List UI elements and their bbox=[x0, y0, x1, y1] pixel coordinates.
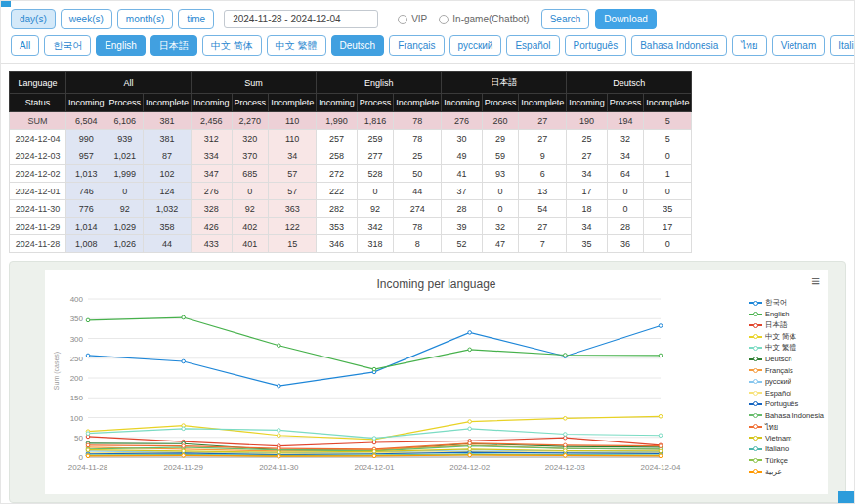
legend-item-1[interactable]: English bbox=[749, 311, 824, 319]
table-cell: 257 bbox=[317, 130, 358, 147]
legend-item-3[interactable]: 中文 简体 bbox=[749, 333, 824, 342]
legend-label: Italiano bbox=[765, 444, 789, 453]
table-cell: 1,999 bbox=[107, 165, 144, 183]
legend-dot-icon bbox=[753, 334, 758, 339]
y-tick-label: 0 bbox=[79, 453, 84, 462]
language-button-portugu-s[interactable]: Português bbox=[565, 35, 627, 56]
language-button-bahasa-indonesia[interactable]: Bahasa Indonesia bbox=[631, 35, 727, 56]
table-row-2024-12-03: 2024-12-039571,0218733437034258277254959… bbox=[10, 147, 692, 165]
y-tick-label: 150 bbox=[70, 394, 84, 402]
legend-item-12[interactable]: Vietnam bbox=[749, 434, 824, 442]
language-button-lang-5[interactable]: 中文 繁體 bbox=[267, 35, 326, 56]
language-button-fran-ais[interactable]: Français bbox=[389, 35, 444, 56]
download-button[interactable]: Download bbox=[595, 9, 656, 29]
legend-item-11[interactable]: ไทย bbox=[749, 423, 824, 432]
table-cell: 6,504 bbox=[66, 112, 107, 130]
radio-circle-icon[interactable] bbox=[398, 15, 407, 24]
legend-label: русский bbox=[765, 377, 791, 386]
sub-header-process: Process bbox=[357, 94, 394, 112]
radio-in-game-chatbot[interactable]: In-game(Chatbot) bbox=[439, 14, 529, 24]
legend-dot-icon bbox=[753, 323, 758, 328]
series-line-0 bbox=[88, 326, 661, 387]
language-button-italiano[interactable]: Italiano bbox=[830, 35, 855, 56]
legend-item-13[interactable]: Italiano bbox=[749, 445, 824, 454]
table-cell: 1,816 bbox=[357, 112, 394, 130]
legend-item-9[interactable]: Português bbox=[749, 400, 824, 409]
table-cell: 6,106 bbox=[107, 112, 144, 130]
table-cell: 1,014 bbox=[66, 218, 107, 235]
chart-menu-icon[interactable]: ≡ bbox=[811, 273, 820, 288]
legend-line-icon bbox=[749, 392, 762, 394]
legend-dot-icon bbox=[753, 379, 758, 384]
legend-item-10[interactable]: Bahasa Indonesia bbox=[749, 411, 824, 420]
data-point bbox=[86, 454, 90, 458]
series-line-3 bbox=[88, 416, 661, 439]
period-button-day-s[interactable]: day(s) bbox=[11, 9, 56, 29]
table-cell: 939 bbox=[107, 130, 144, 147]
legend-item-2[interactable]: 日本語 bbox=[749, 321, 824, 330]
legend-item-14[interactable]: Türkçe bbox=[749, 456, 824, 465]
table-cell: 363 bbox=[269, 200, 317, 218]
table-cell: 0 bbox=[607, 200, 644, 218]
data-point bbox=[182, 359, 186, 363]
table-cell: 528 bbox=[357, 165, 394, 183]
table-row-2024-11-30: 2024-11-30776921,03232892363282922742805… bbox=[10, 200, 692, 218]
table-row-sum: SUM6,5046,1063812,4562,2701101,9901,8167… bbox=[10, 112, 692, 130]
table-cell: 685 bbox=[232, 165, 269, 183]
data-point bbox=[86, 443, 90, 447]
legend-item-4[interactable]: 中文 繁體 bbox=[749, 344, 824, 353]
table-body: SUM6,5046,1063812,4562,2701101,9901,8167… bbox=[10, 112, 692, 253]
data-point bbox=[468, 420, 472, 424]
language-button-all[interactable]: All bbox=[11, 35, 39, 56]
data-point bbox=[564, 454, 568, 458]
language-button-lang-12[interactable]: ไทย bbox=[732, 35, 766, 56]
table-cell: 401 bbox=[232, 235, 269, 253]
sub-header-incomplete: Incomplete bbox=[644, 94, 692, 112]
table-cell: 35 bbox=[644, 200, 692, 218]
language-button-lang-8[interactable]: русский bbox=[449, 35, 502, 56]
legend-item-7[interactable]: русский bbox=[749, 378, 824, 387]
language-button-deutsch[interactable]: Deutsch bbox=[331, 35, 385, 56]
table-cell: 328 bbox=[192, 200, 233, 218]
sub-header-incoming: Incoming bbox=[317, 94, 358, 112]
period-button-week-s[interactable]: week(s) bbox=[61, 9, 112, 29]
table-cell: 28 bbox=[442, 200, 483, 218]
table-cell: 9 bbox=[519, 147, 567, 165]
language-button-espa-ol[interactable]: Español bbox=[506, 35, 559, 56]
language-button-vietnam[interactable]: Vietnam bbox=[772, 35, 826, 56]
data-point bbox=[278, 454, 281, 458]
period-button-month-s[interactable]: month(s) bbox=[117, 9, 173, 29]
legend-label: Vietnam bbox=[765, 434, 791, 442]
scroll-button[interactable] bbox=[838, 491, 854, 503]
language-button-lang-4[interactable]: 中文 简体 bbox=[202, 35, 262, 56]
row-label: 2024-12-01 bbox=[10, 183, 66, 200]
legend-label: 中文 简体 bbox=[765, 332, 796, 342]
language-button-lang-3[interactable]: 日本語 bbox=[150, 35, 197, 56]
legend-item-0[interactable]: 한국어 bbox=[749, 299, 824, 308]
table-cell: 312 bbox=[192, 130, 233, 147]
radio-circle-icon[interactable] bbox=[439, 15, 449, 24]
data-point bbox=[564, 436, 568, 440]
row-label: 2024-12-04 bbox=[10, 130, 66, 147]
period-button-time[interactable]: time bbox=[178, 9, 214, 29]
sub-header-incomplete: Incomplete bbox=[144, 94, 192, 112]
dashboard-page: day(s)week(s)month(s)time VIPIn-game(Cha… bbox=[0, 0, 855, 504]
table-cell: 0 bbox=[482, 200, 519, 218]
radio-vip[interactable]: VIP bbox=[398, 14, 427, 24]
legend-item-6[interactable]: Français bbox=[749, 366, 824, 375]
sub-header-process: Process bbox=[232, 94, 269, 112]
language-button-english[interactable]: English bbox=[96, 35, 146, 56]
data-point bbox=[372, 437, 376, 441]
table-cell: 358 bbox=[144, 218, 192, 235]
date-range-input[interactable] bbox=[224, 10, 378, 28]
table-cell: 78 bbox=[394, 112, 442, 130]
x-tick-label: 2024-12-03 bbox=[545, 463, 585, 472]
table-cell: 18 bbox=[567, 200, 608, 218]
search-button[interactable]: Search bbox=[541, 9, 590, 29]
language-button-lang-1[interactable]: 한국어 bbox=[44, 35, 91, 56]
legend-item-5[interactable]: Deutsch bbox=[749, 356, 824, 364]
table-cell: 59 bbox=[482, 147, 519, 165]
legend-item-15[interactable]: عربية bbox=[749, 468, 824, 477]
legend-item-8[interactable]: Español bbox=[749, 389, 824, 398]
sub-header-incoming: Incoming bbox=[66, 94, 107, 112]
